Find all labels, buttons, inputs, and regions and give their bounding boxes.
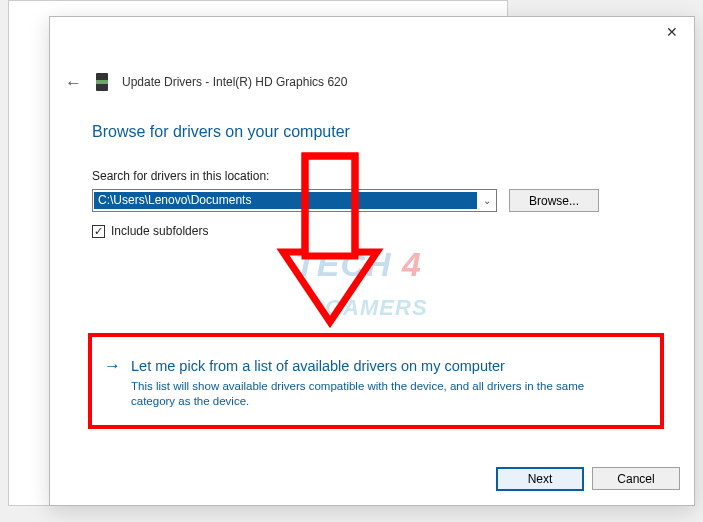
close-icon: ✕ <box>666 24 678 40</box>
search-location-label: Search for drivers in this location: <box>92 169 652 183</box>
update-drivers-dialog: ✕ ← Update Drivers - Intel(R) HD Graphic… <box>49 16 695 506</box>
pick-option-title: Let me pick from a list of available dri… <box>131 357 505 376</box>
include-subfolders-label: Include subfolders <box>111 224 208 238</box>
watermark-gamers: GAMERS <box>325 295 428 320</box>
dialog-footer: Next Cancel <box>496 467 680 491</box>
device-icon <box>96 73 108 91</box>
pick-option-description: This list will show available drivers co… <box>131 379 611 410</box>
watermark-tech: TECH <box>295 245 392 283</box>
chevron-down-icon[interactable]: ⌄ <box>478 195 496 206</box>
include-subfolders-checkbox[interactable]: ✓ <box>92 225 105 238</box>
location-combobox[interactable]: C:\Users\Lenovo\Documents ⌄ <box>92 189 497 212</box>
cancel-button[interactable]: Cancel <box>592 467 680 490</box>
browse-button[interactable]: Browse... <box>509 189 599 212</box>
include-subfolders-row[interactable]: ✓ Include subfolders <box>92 224 652 238</box>
right-arrow-icon: → <box>104 357 121 374</box>
checkmark-icon: ✓ <box>94 226 103 237</box>
next-button[interactable]: Next <box>496 467 584 491</box>
pick-from-list-option[interactable]: → Let me pick from a list of available d… <box>88 333 664 429</box>
watermark: TECH 4 GAMERS <box>295 245 428 323</box>
back-arrow-icon[interactable]: ← <box>65 74 82 91</box>
page-heading: Browse for drivers on your computer <box>92 123 652 141</box>
dialog-title: Update Drivers - Intel(R) HD Graphics 62… <box>122 75 347 89</box>
close-button[interactable]: ✕ <box>649 17 694 47</box>
location-path: C:\Users\Lenovo\Documents <box>94 192 477 209</box>
watermark-4: 4 <box>402 245 422 283</box>
dialog-content: Browse for drivers on your computer Sear… <box>92 123 652 238</box>
search-row: C:\Users\Lenovo\Documents ⌄ Browse... <box>92 189 652 212</box>
dialog-header: ← Update Drivers - Intel(R) HD Graphics … <box>65 73 347 91</box>
